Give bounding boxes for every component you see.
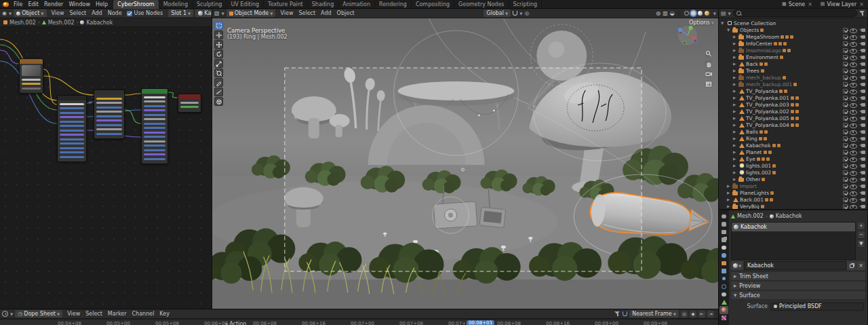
exclude-checkbox[interactable]: [843, 28, 848, 33]
disable-render-icon[interactable]: [859, 75, 865, 80]
exclude-checkbox[interactable]: [843, 136, 848, 141]
chevron-down-icon[interactable]: ▼: [713, 12, 716, 16]
disable-render-icon[interactable]: [859, 204, 865, 209]
expand-icon[interactable]: ▶: [733, 69, 738, 73]
outliner-row-lights-001[interactable]: ▶lights.001: [719, 162, 867, 169]
outliner-row-tv-polyanka-003[interactable]: ▶TV_Polyanka.003: [719, 101, 867, 108]
shading-wireframe-icon[interactable]: [684, 11, 689, 16]
action-channel-row[interactable]: ▼ Action: [225, 321, 246, 325]
workspace-tab-compositing[interactable]: Compositing: [412, 0, 454, 9]
outliner-row-insomnialogo[interactable]: ▶InsomniaLogo: [719, 47, 867, 54]
current-frame-indicator[interactable]: 00:08+03: [467, 320, 494, 325]
exclude-checkbox[interactable]: [843, 143, 848, 148]
properties-tab-view-layer-icon[interactable]: [719, 236, 728, 244]
filter-icon[interactable]: [859, 11, 865, 16]
disable-render-icon[interactable]: [859, 102, 865, 107]
disable-render-icon[interactable]: [859, 62, 865, 66]
material-slot-selected[interactable]: Kabachok: [732, 223, 855, 231]
outliner-row-trees[interactable]: ▶Trees: [719, 67, 867, 74]
outliner-row-lights-002[interactable]: ▶lights.002: [719, 169, 867, 176]
outliner-row-kabachok[interactable]: ▶Kabachok: [719, 142, 867, 149]
outliner-row-import[interactable]: ▶Import: [719, 183, 867, 189]
shader-node[interactable]: [94, 90, 125, 139]
disable-render-icon[interactable]: [859, 48, 865, 53]
expand-icon[interactable]: ▶: [733, 75, 738, 79]
expand-icon[interactable]: ▶: [733, 143, 738, 147]
expand-icon[interactable]: ▶: [733, 102, 738, 107]
outliner-row-back[interactable]: ▶Back: [719, 60, 867, 67]
breadcrumb-mesh[interactable]: Mesh.002: [48, 20, 75, 26]
properties-tab-texture-icon[interactable]: [719, 314, 728, 322]
topbar-menu-window[interactable]: Window: [66, 1, 93, 7]
disable-render-icon[interactable]: [859, 177, 865, 182]
exclude-checkbox[interactable]: [843, 55, 848, 60]
shader-menu-view[interactable]: View: [49, 10, 67, 16]
use-nodes-checkbox[interactable]: [127, 11, 132, 16]
hide-eye-icon[interactable]: [850, 136, 856, 141]
hide-eye-icon[interactable]: [850, 81, 856, 87]
blender-logo-icon[interactable]: [0, 1, 11, 8]
expand-icon[interactable]: ▶: [733, 96, 738, 100]
expand-icon[interactable]: ▶: [727, 191, 732, 195]
workspace-tab-uv-editing[interactable]: UV Editing: [226, 0, 264, 9]
hide-eye-icon[interactable]: [850, 197, 856, 202]
outliner-row-planelights[interactable]: ▶PlaneLights: [719, 189, 867, 196]
properties-tab-output-icon[interactable]: [719, 228, 728, 236]
expand-icon[interactable]: ▶: [733, 82, 738, 86]
node-canvas[interactable]: [0, 27, 212, 309]
disable-render-icon[interactable]: [859, 130, 865, 134]
tool-select-box-button[interactable]: [214, 21, 223, 30]
editor-type-icon[interactable]: ◉: [2, 10, 7, 16]
hide-eye-icon[interactable]: [850, 27, 856, 33]
dopesheet-menu-channel[interactable]: Channel: [130, 311, 157, 317]
view-layer-selector[interactable]: View Layer: [827, 1, 856, 7]
overlays-toggle-icon[interactable]: ◒: [670, 10, 675, 16]
workspace-tab-texture-paint[interactable]: Texture Paint: [264, 0, 308, 9]
outliner-row-environment[interactable]: ▶Environment: [719, 54, 867, 60]
exclude-checkbox[interactable]: [843, 89, 848, 94]
workspace-tab-shading[interactable]: Shading: [308, 0, 339, 9]
viewport-menu-object[interactable]: Object: [334, 10, 357, 16]
workspace-tab-sculpting[interactable]: Sculpting: [193, 0, 226, 9]
outliner-row-tv-polyanka-001[interactable]: ▶TV_Polyanka.001: [719, 94, 867, 101]
hide-eye-icon[interactable]: [850, 142, 856, 148]
exclude-checkbox[interactable]: [843, 197, 848, 202]
shader-node[interactable]: [19, 58, 43, 94]
outliner-row-megashroom[interactable]: ▶MegaShroom: [719, 33, 867, 40]
exclude-checkbox[interactable]: [843, 102, 848, 107]
workspace-tab-scripting[interactable]: Scripting: [509, 0, 542, 9]
expand-icon[interactable]: ▶: [733, 130, 738, 134]
properties-tab-constraints-icon[interactable]: [719, 290, 728, 299]
outliner-row-mech-backup-001[interactable]: ▶mech_backup.001: [719, 81, 867, 88]
hide-eye-icon[interactable]: [850, 109, 856, 114]
outliner-search-input[interactable]: [733, 9, 857, 17]
hide-eye-icon[interactable]: [850, 183, 856, 189]
tool-cursor-button[interactable]: [214, 31, 223, 39]
hide-eye-icon[interactable]: [850, 122, 856, 128]
viewport-menu-view[interactable]: View: [277, 10, 296, 16]
expand-icon[interactable]: ▶: [727, 184, 732, 188]
disable-render-icon[interactable]: [859, 164, 865, 168]
tool-annotate-button[interactable]: [214, 78, 223, 87]
expand-icon[interactable]: ▶: [733, 109, 738, 113]
slot-specials-button[interactable]: ▼: [857, 240, 865, 248]
exclude-checkbox[interactable]: [843, 62, 848, 66]
exclude-checkbox[interactable]: [843, 170, 848, 175]
topbar-menu-edit[interactable]: Edit: [25, 1, 41, 7]
disable-render-icon[interactable]: [859, 123, 865, 128]
shading-solid-icon[interactable]: [691, 11, 696, 16]
tool-transform-button[interactable]: [214, 69, 223, 77]
breadcrumb-material[interactable]: Kabachok: [86, 20, 113, 26]
expand-icon[interactable]: ▶: [733, 164, 738, 168]
disable-render-icon[interactable]: [859, 35, 865, 39]
hide-eye-icon[interactable]: [850, 47, 856, 53]
scene-selector[interactable]: Scene: [789, 1, 805, 7]
properties-tab-physics-icon[interactable]: [719, 283, 728, 291]
editor-type-icon[interactable]: ▧: [214, 10, 220, 16]
panel-header-surface[interactable]: ▼Surface: [731, 291, 865, 300]
exclude-checkbox[interactable]: [843, 48, 848, 53]
hide-eye-icon[interactable]: [850, 115, 856, 121]
exclude-checkbox[interactable]: [843, 123, 848, 128]
disable-render-icon[interactable]: [859, 55, 865, 60]
material-browse-button[interactable]: ▼: [731, 261, 743, 270]
